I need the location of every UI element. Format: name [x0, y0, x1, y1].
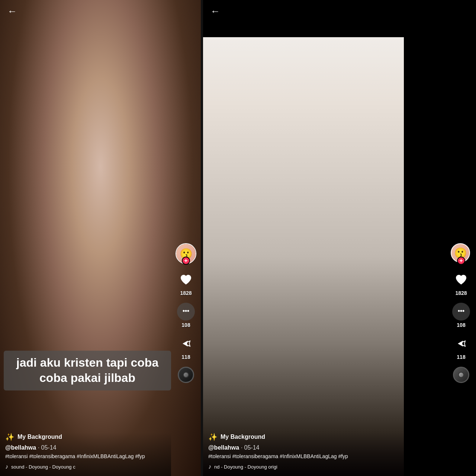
left-like-count: 1828 [180, 290, 192, 296]
left-action-buttons: 😗 + 1828 108 [176, 243, 196, 383]
left-comment-count: 108 [181, 322, 190, 328]
left-date: · 05-14 [38, 444, 57, 451]
left-top-bar: ← [0, 0, 201, 22]
left-music-disc [178, 367, 194, 383]
right-comment-button[interactable]: 108 [452, 303, 470, 328]
right-avatar-container[interactable]: 😗 + [451, 243, 472, 264]
right-music-text: nd - Doyoung - Doyoung origi [214, 464, 277, 470]
right-comment-icon [452, 303, 470, 321]
left-music-disc-inner [183, 372, 189, 378]
left-photo-bg [0, 0, 201, 476]
left-avatar-container[interactable]: 😗 + [176, 243, 196, 264]
right-panel: ← 😗 + 1828 [203, 0, 476, 476]
left-follow-badge[interactable]: + [182, 257, 190, 265]
left-username[interactable]: @bellahwa [5, 444, 36, 451]
left-username-row: @bellahwa · 05-14 [5, 444, 166, 451]
right-like-button[interactable]: 1828 [452, 271, 470, 296]
left-comment-button[interactable]: 108 [177, 303, 195, 328]
left-share-icon [177, 335, 195, 353]
right-back-arrow[interactable]: ← [210, 6, 220, 17]
left-heart-icon [177, 271, 195, 289]
right-bg [203, 0, 404, 476]
right-comment-count: 108 [457, 322, 465, 328]
left-share-count: 118 [181, 354, 190, 360]
left-music-row[interactable]: ♪ sound - Doyoung - Doyoung c [5, 463, 166, 470]
svg-point-1 [183, 310, 185, 312]
right-like-count: 1828 [455, 290, 467, 296]
left-music-note-icon: ♪ [5, 463, 8, 470]
left-caption-overlay: jadi aku kristen tapi coba coba pakai ji… [4, 351, 171, 390]
left-bottom-info: ✨ My Background @bellahwa · 05-14 #toler… [0, 432, 171, 476]
right-music-row[interactable]: ♪ nd - Doyoung - Doyoung origi [208, 463, 441, 470]
left-panel: ← jadi aku kristen tapi coba coba pakai … [0, 0, 201, 476]
right-username-row: @bellahwa · 05-14 [208, 444, 441, 451]
right-action-buttons: 😗 + 1828 108 [451, 243, 472, 383]
right-effect-badge[interactable]: ✨ My Background [208, 432, 441, 441]
svg-point-4 [458, 310, 460, 312]
left-hashtags[interactable]: #toleransi #toleransiberagama #InfinixML… [5, 453, 166, 460]
right-share-count: 118 [457, 354, 465, 360]
right-effect-icon: ✨ [208, 432, 218, 441]
right-follow-badge[interactable]: + [457, 257, 465, 265]
right-share-button[interactable]: 118 [452, 335, 470, 360]
left-effect-icon: ✨ [5, 432, 15, 441]
left-comment-icon [177, 303, 195, 321]
right-photo-bg [203, 37, 404, 476]
right-username[interactable]: @bellahwa [208, 444, 239, 451]
left-like-button[interactable]: 1828 [177, 271, 195, 296]
right-bottom-info: ✨ My Background @bellahwa · 05-14 #toler… [203, 432, 446, 476]
left-share-button[interactable]: 118 [177, 335, 195, 360]
right-heart-icon [452, 271, 470, 289]
svg-point-0 [185, 310, 187, 312]
left-effect-badge[interactable]: ✨ My Background [5, 432, 166, 441]
right-hashtags[interactable]: #toleransi #toleransiberagama #InfinixML… [208, 453, 441, 460]
right-music-disc-inner [458, 372, 464, 378]
right-top-bar: ← [203, 0, 476, 22]
left-back-arrow[interactable]: ← [7, 6, 17, 17]
right-date: · 05-14 [241, 444, 260, 451]
svg-point-5 [463, 310, 464, 312]
svg-point-3 [460, 310, 462, 312]
right-music-disc [453, 367, 469, 383]
right-effect-name: My Background [221, 434, 265, 440]
left-music-text: sound - Doyoung - Doyoung c [11, 464, 75, 470]
right-share-icon [452, 335, 470, 353]
right-music-note-icon: ♪ [208, 463, 211, 470]
left-effect-name: My Background [17, 434, 62, 440]
svg-point-2 [187, 310, 189, 312]
left-caption-text: jadi aku kristen tapi coba coba pakai ji… [4, 351, 171, 390]
